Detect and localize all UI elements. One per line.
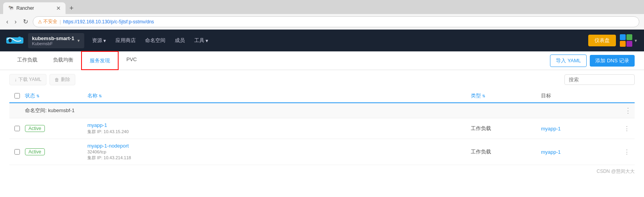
nav-item-namespace[interactable]: 命名空间 (140, 34, 170, 47)
toolbar-left: ↓ 下载 YAML 🗑 删除 (9, 74, 75, 85)
footer-text: CSDN @慧闵大大 (596, 169, 635, 174)
row-2-name-link[interactable]: myapp-1-nodeport (87, 143, 471, 149)
tab-loadbalancer[interactable]: 负载均衡 (45, 51, 81, 70)
delete-button[interactable]: 🗑 删除 (50, 74, 75, 85)
refresh-button[interactable]: ↻ (21, 17, 30, 26)
import-yaml-button[interactable]: 导入 YAML (550, 55, 587, 67)
separator: | (60, 19, 61, 25)
nav-item-appstore[interactable]: 应用商店 (111, 34, 140, 47)
th-target: 目标 (541, 92, 619, 99)
row-2-type: 工作负载 (471, 148, 541, 155)
namespace-label: 命名空间: kubemsbf-1 (25, 107, 75, 114)
dashboard-button[interactable]: 仪表盘 (588, 35, 616, 46)
cluster-sub: KubemsbF (32, 41, 74, 46)
trash-icon: 🗑 (55, 77, 59, 83)
select-all-checkbox[interactable] (14, 93, 20, 98)
security-warning: 不安全 (38, 18, 57, 25)
rancher-logo (6, 34, 23, 47)
row-1-sub1: 集群 IP: 10.43.15.240 (87, 129, 471, 135)
row-2-sub1: 32406/tcp (87, 150, 471, 154)
th-type[interactable]: 类型 ⇅ (471, 92, 541, 99)
th-name[interactable]: 名称 ⇅ (87, 92, 471, 99)
footer: CSDN @慧闵大大 (0, 165, 644, 178)
sort-arrow-name: ⇅ (99, 94, 102, 98)
chevron-down-icon-tools: ▾ (206, 38, 208, 44)
user-avatar[interactable] (620, 34, 632, 47)
svg-point-3 (18, 37, 21, 40)
row-1-status: Active (25, 125, 87, 132)
address-url: https://192.168.10.130/p/c-5jtsf:p-sstmv… (63, 19, 154, 25)
row-checkbox-cell-2[interactable] (9, 149, 25, 155)
tab-title: Rancher (16, 5, 54, 11)
namespace-menu-button[interactable]: ⋮ (624, 106, 635, 115)
table-header: 状态 ⇅ 名称 ⇅ 类型 ⇅ 目标 (9, 89, 635, 103)
row-2-checkbox[interactable] (14, 149, 20, 155)
chevron-down-icon: ▾ (103, 38, 106, 44)
tab-bar: 🐄 Rancher ✕ + (0, 0, 644, 14)
status-badge: Active (25, 125, 45, 132)
row-2-status: Active (25, 148, 87, 155)
row-2-menu-button[interactable]: ⋮ (619, 148, 635, 156)
row-1-checkbox[interactable] (14, 126, 20, 131)
nav-item-members[interactable]: 成员 (170, 34, 190, 47)
download-icon: ↓ (14, 77, 17, 83)
table-row: Active myapp-1-nodeport 32406/tcp 集群 IP:… (9, 139, 635, 165)
new-tab-button[interactable]: + (67, 4, 76, 12)
address-bar: ‹ › ↻ 不安全 | https://192.168.10.130/p/c-5… (0, 14, 644, 30)
nav-menu: 资源 ▾ 应用商店 命名空间 成员 工具 ▾ (87, 34, 213, 47)
avatar-grid (620, 34, 632, 47)
header-checkbox-cell[interactable] (9, 93, 25, 98)
forward-button[interactable]: › (13, 18, 18, 26)
sort-arrow-type: ⇅ (482, 94, 485, 98)
cluster-selector[interactable]: kubemsb-smart-1 KubemsbF ▼ (28, 33, 84, 48)
namespace-row: 命名空间: kubemsbf-1 ⋮ (9, 103, 635, 118)
cluster-name: kubemsb-smart-1 (32, 35, 74, 41)
nav-dropdown-arrow[interactable]: ▼ (634, 39, 638, 43)
row-2-target[interactable]: myapp-1 (541, 149, 619, 155)
address-input-wrap[interactable]: 不安全 | https://192.168.10.130/p/c-5jtsf:p… (33, 16, 639, 27)
row-1-name-link[interactable]: myapp-1 (87, 122, 471, 128)
browser-tab[interactable]: 🐄 Rancher ✕ (3, 2, 66, 14)
tab-pvc[interactable]: PVC (119, 51, 145, 70)
add-dns-button[interactable]: 添加 DNS 记录 (590, 55, 635, 67)
search-input[interactable] (564, 74, 635, 85)
tab-close-button[interactable]: ✕ (56, 5, 61, 11)
tab-favicon: 🐄 (8, 5, 14, 11)
sort-arrow-status: ⇅ (36, 94, 39, 98)
security-warning-text: 不安全 (43, 18, 57, 25)
tab-service-discovery[interactable]: 服务发现 (81, 51, 119, 70)
row-1-menu-button[interactable]: ⋮ (619, 125, 635, 132)
row-1-name-cell: myapp-1 集群 IP: 10.43.15.240 (87, 122, 471, 135)
toolbar: ↓ 下载 YAML 🗑 删除 (0, 70, 644, 89)
rancher-logo-icon (6, 34, 23, 47)
nav-item-resources[interactable]: 资源 ▾ (87, 34, 111, 47)
nav-item-tools[interactable]: 工具 ▾ (190, 34, 213, 47)
browser-chrome: 🐄 Rancher ✕ + ‹ › ↻ 不安全 | https://192.16… (0, 0, 644, 30)
app-container: kubemsb-smart-1 KubemsbF ▼ 资源 ▾ 应用商店 命名空… (0, 30, 644, 197)
sub-nav-actions: 导入 YAML 添加 DNS 记录 (550, 55, 635, 67)
th-status[interactable]: 状态 ⇅ (25, 92, 87, 99)
row-2-sub2: 集群 IP: 10.43.214.118 (87, 155, 471, 161)
top-nav: kubemsb-smart-1 KubemsbF ▼ 资源 ▾ 应用商店 命名空… (0, 30, 644, 51)
row-1-target[interactable]: myapp-1 (541, 126, 619, 132)
sub-nav: 工作负载 负载均衡 服务发现 PVC 导入 YAML 添加 DNS 记录 (0, 51, 644, 70)
row-checkbox-cell-1[interactable] (9, 126, 25, 131)
tab-workload[interactable]: 工作负载 (9, 51, 45, 70)
table-container: 状态 ⇅ 名称 ⇅ 类型 ⇅ 目标 命名空间: kubemsbf-1 ⋮ (0, 89, 644, 165)
svg-point-2 (9, 39, 12, 42)
download-yaml-button[interactable]: ↓ 下载 YAML (9, 74, 46, 85)
cluster-dropdown-icon: ▼ (76, 39, 80, 43)
row-1-type: 工作负载 (471, 125, 541, 132)
status-badge: Active (25, 148, 45, 155)
sub-nav-tabs: 工作负载 负载均衡 服务发现 PVC (9, 51, 145, 70)
back-button[interactable]: ‹ (5, 18, 10, 26)
table-row: Active myapp-1 集群 IP: 10.43.15.240 工作负载 … (9, 118, 635, 139)
row-2-name-cell: myapp-1-nodeport 32406/tcp 集群 IP: 10.43.… (87, 143, 471, 161)
